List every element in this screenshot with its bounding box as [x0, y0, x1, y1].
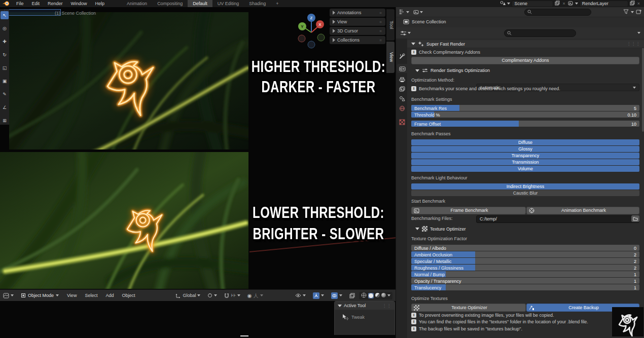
add-cube-tool[interactable]: ⊞	[1, 117, 9, 125]
active-tool-panel[interactable]: Active Tool ⋮⋮ Tweak	[334, 301, 395, 335]
workspace-tab-shading[interactable]: Shading	[244, 0, 271, 7]
diffuse-albedo-slider[interactable]: Diffuse / Albedo0	[411, 245, 639, 251]
pass-toggle-glossy[interactable]: Glossy	[411, 146, 639, 152]
open-folder-button[interactable]	[631, 215, 639, 222]
output-tab[interactable]	[397, 75, 407, 84]
viewport-menu-select[interactable]: Select	[81, 292, 101, 299]
mode-selector[interactable]: Object Mode	[18, 293, 62, 298]
menu-file[interactable]: File	[12, 0, 28, 7]
complimentary-addons-button[interactable]: Complimentary Addons	[411, 57, 639, 64]
view-layer-browse-chevron[interactable]	[575, 3, 578, 5]
sidebar-tab-view[interactable]: View	[386, 42, 395, 73]
shading-wireframe-icon[interactable]	[361, 292, 367, 299]
view-layer-tab[interactable]	[397, 84, 407, 93]
filter-funnel-icon[interactable]	[623, 9, 629, 15]
menu-window[interactable]: Window	[67, 0, 91, 7]
roughness-glossiness-slider[interactable]: Roughness / Glossiness2	[411, 265, 639, 271]
transform-tool[interactable]: ▣	[1, 77, 9, 85]
tool-tab[interactable]	[397, 52, 407, 61]
properties-editor-type-button[interactable]	[400, 30, 411, 36]
measure-tool[interactable]: ∠	[1, 103, 9, 111]
active-tool-panel-header[interactable]: Active Tool ⋮⋮	[335, 302, 395, 310]
outliner-editor-type-button[interactable]	[399, 9, 409, 15]
collapse-arrow-icon[interactable]	[411, 43, 415, 45]
light-toggle-indirect-brightness[interactable]: Indirect Brightness	[411, 183, 639, 190]
editor-type-button[interactable]	[0, 293, 17, 298]
panel-grip-icon[interactable]: =	[379, 11, 382, 15]
xray-toggle[interactable]	[346, 293, 358, 298]
world-tab[interactable]	[397, 104, 407, 113]
show-object-types-selector[interactable]	[292, 293, 309, 298]
texture-optimizer-header[interactable]: Texture Optimizer	[415, 226, 639, 232]
normal-bump-slider[interactable]: Normal / Bump1	[411, 271, 639, 277]
shading-solid-icon[interactable]	[368, 293, 374, 298]
panel-grip-icon[interactable]: =	[379, 20, 382, 24]
view-layer-icon[interactable]	[568, 1, 574, 7]
collapse-arrow-icon[interactable]	[415, 69, 419, 72]
view-layer-field[interactable]: RenderLayer	[580, 1, 628, 7]
blender-logo-icon[interactable]	[2, 1, 10, 7]
texture-optimizer-button[interactable]: Texture Optimizer	[411, 304, 526, 312]
panel-grip-icon[interactable]: =	[379, 38, 382, 43]
workspace-tab-compositing[interactable]: Compositing	[152, 0, 188, 7]
remove-view-layer-icon[interactable]: ×	[636, 1, 641, 6]
pass-toggle-transmission[interactable]: Transmission	[411, 159, 639, 165]
proportional-editing-icon[interactable]: ◉人	[244, 292, 266, 299]
benchmarking-files-input[interactable]: C:/temp/	[476, 215, 639, 223]
render-tab[interactable]	[397, 64, 407, 73]
properties-filter-chevron[interactable]	[637, 32, 640, 34]
new-collection-icon[interactable]	[636, 9, 641, 15]
cursor-tool[interactable]: ◎	[1, 24, 9, 32]
npanel-section-annotations[interactable]: Annotations=	[330, 9, 385, 17]
properties-search-input[interactable]	[504, 29, 576, 37]
pass-toggle-volume[interactable]: Volume	[411, 166, 639, 172]
pass-toggle-diffuse[interactable]: Diffuse	[411, 139, 639, 145]
viewport-menu-view[interactable]: View	[63, 292, 81, 299]
outliner-scene-collection-row[interactable]: Scene Collection	[396, 17, 644, 24]
translucency-slider[interactable]: Translucency1	[411, 284, 639, 290]
scale-tool[interactable]: ◱	[1, 64, 9, 72]
navigation-gizmo[interactable]: Z Y X	[295, 7, 328, 59]
light-toggle-caustic-blur[interactable]: Caustic Blur	[411, 190, 639, 196]
texture-tab[interactable]	[397, 118, 407, 127]
shading-rendered-icon[interactable]	[381, 293, 386, 298]
npanel-section-3d-cursor[interactable]: 3D Cursor=	[330, 27, 385, 35]
super-fast-render-panel-header[interactable]: Super Fast Render ⋮⋮⋮	[407, 40, 644, 48]
viewport-3d[interactable]: ↖◎✚↻◱▣✎∠⊞ (1) Scene Collection Z Y X Ann…	[0, 7, 396, 301]
threshold-slider[interactable]: Threshold %0.10	[411, 111, 639, 118]
viewport-menu-add[interactable]: Add	[101, 292, 118, 299]
shading-material-icon[interactable]	[375, 293, 380, 298]
filter-chevron[interactable]	[631, 11, 634, 13]
scrollbar[interactable]	[642, 41, 644, 132]
collapse-arrow-icon[interactable]	[415, 228, 419, 230]
overlays-toggle[interactable]	[328, 292, 345, 299]
benchmark-res-slider[interactable]: Benchmark Res5	[411, 105, 639, 111]
collapse-arrow-icon[interactable]	[338, 305, 342, 307]
opacity-transparency-slider[interactable]: Opacity / Transparency1	[411, 278, 639, 284]
copy-view-layer-icon[interactable]	[630, 1, 635, 7]
npanel-section-collections[interactable]: Collections=	[330, 36, 385, 44]
scene-browse-chevron[interactable]	[507, 3, 510, 5]
workspace-tab-animation[interactable]: Animation	[122, 0, 152, 7]
panel-grip-icon[interactable]: ⋮⋮	[382, 304, 391, 308]
frame-offset-slider[interactable]: Frame Offset10	[411, 121, 639, 127]
npanel-section-view[interactable]: View=	[330, 18, 385, 26]
sidebar-tab-tool[interactable]: Tool	[386, 9, 395, 41]
scene-tab[interactable]	[397, 94, 407, 103]
window-resize-handle[interactable]	[240, 335, 248, 336]
snap-magnet-icon[interactable]: ⊦⊦	[221, 293, 243, 298]
move-tool[interactable]: ✚	[1, 37, 9, 46]
panel-grip-icon[interactable]: ⋮⋮⋮	[627, 42, 640, 46]
menu-render[interactable]: Render	[44, 0, 67, 7]
transform-orientation-selector[interactable]: Global	[172, 293, 203, 298]
scene-icon[interactable]	[500, 1, 506, 7]
animation-benchmark-button[interactable]: Animation Benchmark	[526, 207, 639, 214]
frame-benchmark-button[interactable]: Frame Benchmark	[411, 207, 526, 214]
annotate-tool[interactable]: ✎	[1, 90, 9, 98]
shading-dropdown-chevron[interactable]	[387, 294, 390, 296]
unlink-scene-icon[interactable]: ×	[561, 1, 566, 6]
rotate-tool[interactable]: ↻	[1, 51, 9, 59]
select-box-tool[interactable]: ↖	[1, 11, 9, 19]
render-settings-optimization-header[interactable]: Render Settings Optimization	[415, 68, 639, 73]
menu-help[interactable]: Help	[91, 0, 109, 7]
